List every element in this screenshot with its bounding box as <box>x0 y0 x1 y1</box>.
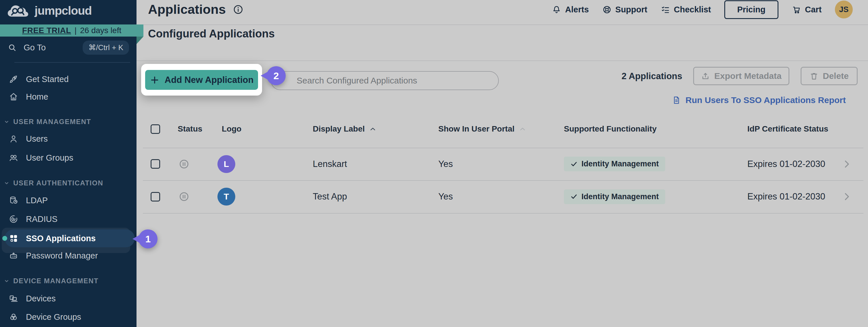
app-logo: T <box>217 188 235 205</box>
sidebar-item-get-started[interactable]: Get Started <box>0 70 136 88</box>
sidebar-item-ldap[interactable]: LDAP <box>0 191 136 209</box>
chevron-down-icon <box>3 180 10 186</box>
row-chevron-right-icon[interactable] <box>841 181 852 212</box>
free-trial-banner[interactable]: FREE TRIAL | 26 days left <box>0 25 144 37</box>
idp-certificate-status: Expires 01-02-2030 <box>747 181 826 212</box>
column-header-idp-certificate-status[interactable]: IdP Certificate Status <box>747 121 828 137</box>
idp-certificate-status: Expires 01-02-2030 <box>747 148 826 179</box>
sidebar-divider <box>14 62 130 63</box>
row-checkbox[interactable] <box>151 159 160 169</box>
sidebar-item-label: SSO Applications <box>26 234 96 243</box>
alerts-button[interactable]: Alerts <box>552 5 589 14</box>
section-title: Configured Applications <box>148 28 275 40</box>
app-root: jumpcloud FREE TRIAL | 26 days left Go T… <box>0 0 868 327</box>
status-paused-icon <box>179 181 189 212</box>
sort-inactive-icon <box>519 125 526 133</box>
rocket-icon <box>9 74 19 84</box>
applications-count: 2 Applications <box>621 67 682 86</box>
cart-label: Cart <box>805 5 822 14</box>
active-item-dot <box>2 236 7 241</box>
sidebar-section-user-authentication[interactable]: USER AUTHENTICATION <box>0 176 136 190</box>
check-icon <box>570 160 578 168</box>
section-divider <box>136 60 868 61</box>
sidebar-section-user-management[interactable]: USER MANAGEMENT <box>0 115 136 129</box>
app-display-label[interactable]: Lenskart <box>313 148 347 179</box>
goto-label: Go To <box>24 43 46 53</box>
free-trial-label[interactable]: FREE TRIAL <box>22 26 71 35</box>
section-label: DEVICE MANAGEMENT <box>13 277 98 285</box>
pricing-button[interactable]: Pricing <box>724 0 778 19</box>
status-paused-icon <box>179 148 189 179</box>
row-chevron-right-icon[interactable] <box>841 148 852 179</box>
row-checkbox[interactable] <box>151 192 160 201</box>
alerts-label: Alerts <box>565 5 589 14</box>
section-label: USER AUTHENTICATION <box>13 179 103 187</box>
free-trial-ribbon-fold <box>136 37 144 44</box>
sidebar-item-label: Devices <box>26 294 56 303</box>
sidebar-item-device-groups[interactable]: Device Groups <box>0 308 136 326</box>
checklist-button[interactable]: Checklist <box>661 5 711 14</box>
support-label: Support <box>615 5 647 14</box>
column-header-display-label[interactable]: Display Label <box>313 121 377 137</box>
column-header-logo[interactable]: Logo <box>222 121 241 137</box>
run-report-link[interactable]: Run Users To SSO Applications Report <box>672 92 846 108</box>
tutorial-step-1-badge: 1 <box>138 229 158 249</box>
goto-shortcut-chip: ⌘/Ctrl + K <box>83 41 129 55</box>
main-content: Applications Alerts <box>136 0 868 327</box>
search-icon <box>7 43 17 52</box>
app-display-label[interactable]: Test App <box>313 181 347 212</box>
devices-icon <box>9 294 19 303</box>
header-divider <box>136 25 868 25</box>
page-header: Applications <box>148 2 244 17</box>
delete-button[interactable]: Delete <box>801 67 858 85</box>
run-report-label: Run Users To SSO Applications Report <box>685 95 846 105</box>
section-label: USER MANAGEMENT <box>13 118 91 126</box>
column-header-status[interactable]: Status <box>178 121 203 137</box>
select-all-checkbox[interactable] <box>151 124 160 134</box>
add-new-application-label: Add New Application <box>165 75 254 85</box>
trash-icon <box>810 72 818 80</box>
jumpcloud-logo[interactable]: jumpcloud <box>6 2 92 19</box>
column-header-supported-functionality[interactable]: Supported Functionality <box>564 121 657 137</box>
report-document-icon <box>672 96 681 105</box>
chevron-down-icon <box>3 278 10 284</box>
sidebar-item-home[interactable]: Home <box>0 88 136 106</box>
sidebar-item-users[interactable]: Users <box>0 130 136 148</box>
tutorial-spotlight: Add New Application <box>141 64 262 96</box>
search-input[interactable] <box>271 71 499 90</box>
pricing-label: Pricing <box>737 5 766 14</box>
device-groups-icon <box>9 312 19 322</box>
row-divider <box>143 213 863 214</box>
goto-search[interactable]: Go To ⌘/Ctrl + K <box>0 39 136 56</box>
chevron-down-icon <box>3 119 10 125</box>
sidebar: jumpcloud FREE TRIAL | 26 days left Go T… <box>0 0 136 327</box>
cart-button[interactable]: Cart <box>792 5 822 14</box>
sidebar-item-radius[interactable]: RADIUS <box>0 210 136 228</box>
info-icon[interactable] <box>233 4 244 15</box>
user-avatar[interactable]: JS <box>835 1 853 19</box>
column-header-show-in-user-portal[interactable]: Show In User Portal <box>438 121 526 137</box>
add-new-application-button[interactable]: Add New Application <box>145 70 258 90</box>
sidebar-item-devices[interactable]: Devices <box>0 290 136 307</box>
sidebar-item-label: Password Manager <box>26 251 98 261</box>
app-logo: L <box>217 155 235 173</box>
checklist-label: Checklist <box>674 5 711 14</box>
export-metadata-button[interactable]: Export Metadata <box>693 67 789 85</box>
functionality-badge: Identity Management <box>564 157 665 171</box>
sidebar-item-label: User Groups <box>26 153 73 163</box>
table-row[interactable]: L Lenskart Yes Identity Management Expir… <box>136 148 868 179</box>
table-row[interactable]: T Test App Yes Identity Management Expir… <box>136 181 868 212</box>
sidebar-section-device-management[interactable]: DEVICE MANAGEMENT <box>0 274 136 288</box>
sidebar-item-password-manager[interactable]: Password Manager <box>0 247 136 265</box>
sidebar-item-sso-applications[interactable]: SSO Applications <box>0 229 136 247</box>
page-title: Applications <box>148 2 226 17</box>
sidebar-item-label: Device Groups <box>26 312 81 322</box>
export-metadata-label: Export Metadata <box>714 71 781 81</box>
life-ring-icon <box>602 5 612 14</box>
support-button[interactable]: Support <box>602 5 647 14</box>
user-icon <box>9 134 19 144</box>
plus-icon <box>150 75 159 85</box>
sidebar-item-user-groups[interactable]: User Groups <box>0 149 136 167</box>
free-trial-separator: | <box>74 26 76 35</box>
sidebar-item-label: LDAP <box>26 196 48 205</box>
